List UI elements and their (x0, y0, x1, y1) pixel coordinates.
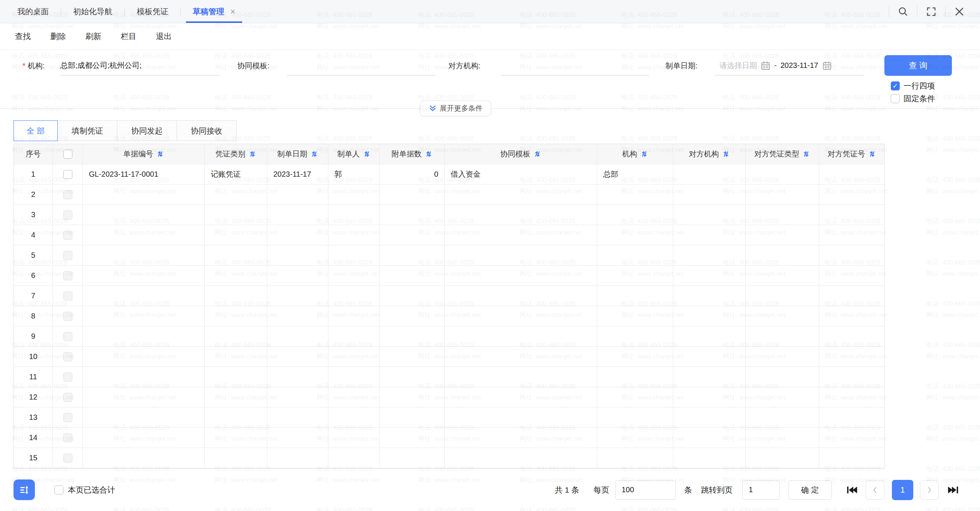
first-page-button[interactable] (845, 483, 859, 497)
unchecked-checkbox[interactable] (891, 94, 900, 103)
jump-input[interactable] (742, 480, 780, 500)
column-header-制单人[interactable]: 制单人 (328, 144, 380, 164)
row-checkbox[interactable] (64, 312, 72, 321)
view-tab-全部[interactable]: 全 部 (13, 120, 58, 141)
table-row: 4 (14, 225, 885, 245)
checked-checkbox[interactable] (891, 81, 900, 90)
chevrons-down-icon (428, 104, 437, 113)
row-checkbox[interactable] (64, 454, 72, 463)
cell-counter_voucher_type (746, 185, 819, 205)
select-all-checkbox[interactable] (64, 150, 72, 159)
template-label-text: 协同模板: (237, 61, 270, 71)
column-header-凭证类别[interactable]: 凭证类别 (205, 144, 267, 164)
cell-counter_org (673, 266, 746, 286)
org-input[interactable]: 总部;成都公司;杭州公司; (60, 56, 220, 75)
row-checkbox[interactable] (64, 231, 72, 240)
total-count: 共 1 条 (555, 485, 579, 495)
column-label: 机构 (622, 149, 637, 159)
cell-check (53, 164, 83, 185)
expand-more-button[interactable]: 展开更多条件 (420, 101, 491, 116)
column-header-对方凭证类型[interactable]: 对方凭证类型 (746, 144, 819, 164)
page-total-checkbox[interactable]: 本页已选合计 (54, 485, 115, 495)
tab-close-icon[interactable]: × (230, 7, 235, 16)
last-page-button[interactable] (946, 483, 961, 497)
column-label: 对方凭证类型 (754, 149, 799, 159)
sort-icon[interactable] (310, 150, 318, 158)
row-checkbox[interactable] (64, 292, 72, 300)
toolbar-栏目[interactable]: 栏目 (121, 31, 137, 42)
filter-option-固定条件[interactable]: 固定条件 (891, 93, 935, 104)
toolbar-查找[interactable]: 查找 (15, 31, 31, 42)
search-icon[interactable] (897, 6, 909, 17)
cell-voucher_type (205, 266, 267, 286)
prev-page-button[interactable] (865, 480, 885, 500)
table-row: 3 (14, 205, 885, 225)
fullscreen-icon[interactable] (926, 6, 937, 17)
view-tab-填制凭证[interactable]: 填制凭证 (57, 120, 117, 141)
toolbar-退出[interactable]: 退出 (156, 31, 172, 42)
cell-counter_voucher_type (746, 326, 819, 347)
sort-icon[interactable] (722, 150, 730, 158)
next-page-button[interactable] (920, 480, 939, 500)
column-header-对方凭证号[interactable]: 对方凭证号 (819, 144, 885, 164)
filter-option-一行四项[interactable]: 一行四项 (891, 81, 935, 91)
row-checkbox[interactable] (64, 372, 72, 382)
column-header-协同模板[interactable]: 协同模板 (445, 144, 597, 164)
row-checkbox[interactable] (64, 433, 72, 442)
confirm-button[interactable]: 确 定 (788, 480, 832, 500)
close-icon[interactable] (954, 6, 965, 17)
view-tab-协同发起[interactable]: 协同发起 (117, 120, 177, 141)
row-checkbox[interactable] (64, 393, 72, 402)
per-page-input[interactable] (615, 480, 676, 500)
toolbar-删除[interactable]: 删除 (50, 31, 66, 42)
row-checkbox[interactable] (64, 332, 72, 341)
view-tab-协同接收[interactable]: 协同接收 (177, 120, 237, 141)
sort-icon[interactable] (533, 150, 541, 158)
row-checkbox[interactable] (64, 352, 72, 361)
cell-counter_voucher_no (819, 448, 885, 468)
cell-counter_voucher_type (746, 306, 819, 326)
column-header-单据编号[interactable]: 单据编号 (83, 144, 205, 164)
row-checkbox[interactable] (64, 413, 72, 422)
end-date-value[interactable]: 2023-11-17 (781, 61, 818, 70)
calendar-icon[interactable] (761, 61, 770, 70)
calendar-icon[interactable] (822, 61, 832, 70)
cell-voucher_no (83, 428, 205, 448)
column-header-对方机构[interactable]: 对方机构 (673, 144, 746, 164)
row-height-button[interactable] (13, 479, 35, 500)
tab-模板凭证[interactable]: 模板凭证 (130, 0, 175, 23)
toolbar-刷新[interactable]: 刷新 (86, 31, 101, 42)
row-checkbox[interactable] (64, 211, 72, 219)
row-checkbox[interactable] (64, 190, 72, 199)
cell-check (53, 407, 83, 428)
column-header-附单据数[interactable]: 附单据数 (380, 144, 445, 164)
date-range-input[interactable]: 请选择日期 - 2023-11-17 (715, 56, 864, 75)
unchecked-checkbox[interactable] (54, 485, 64, 495)
sort-icon[interactable] (156, 150, 164, 158)
sort-icon[interactable] (248, 150, 256, 158)
cell-seq: 12 (14, 387, 53, 407)
query-button[interactable]: 查 询 (885, 55, 952, 76)
counter-org-input[interactable] (501, 56, 649, 75)
row-checkbox[interactable] (64, 170, 72, 179)
pagination: 共 1 条 每页 条 跳转到页 确 定 1 (555, 480, 961, 500)
sort-icon[interactable] (363, 150, 371, 158)
separator (917, 6, 917, 17)
tab-草稿管理[interactable]: 草稿管理× (186, 0, 242, 23)
cell-seq: 9 (14, 326, 53, 347)
cell-seq: 3 (14, 205, 53, 225)
start-date-placeholder[interactable]: 请选择日期 (719, 61, 757, 70)
cell-counter_org (673, 306, 746, 326)
sort-icon[interactable] (802, 150, 810, 158)
sort-icon[interactable] (425, 150, 433, 158)
sort-icon[interactable] (868, 150, 876, 158)
column-header-机构[interactable]: 机构 (597, 144, 673, 164)
tab-初始化导航[interactable]: 初始化导航 (66, 0, 119, 23)
row-checkbox[interactable] (64, 271, 72, 280)
current-page[interactable]: 1 (892, 480, 913, 500)
template-input[interactable] (287, 56, 435, 75)
row-checkbox[interactable] (64, 251, 72, 260)
sort-icon[interactable] (640, 150, 648, 158)
column-header-制单日期[interactable]: 制单日期 (267, 144, 328, 164)
tab-我的桌面[interactable]: 我的桌面 (11, 0, 56, 23)
